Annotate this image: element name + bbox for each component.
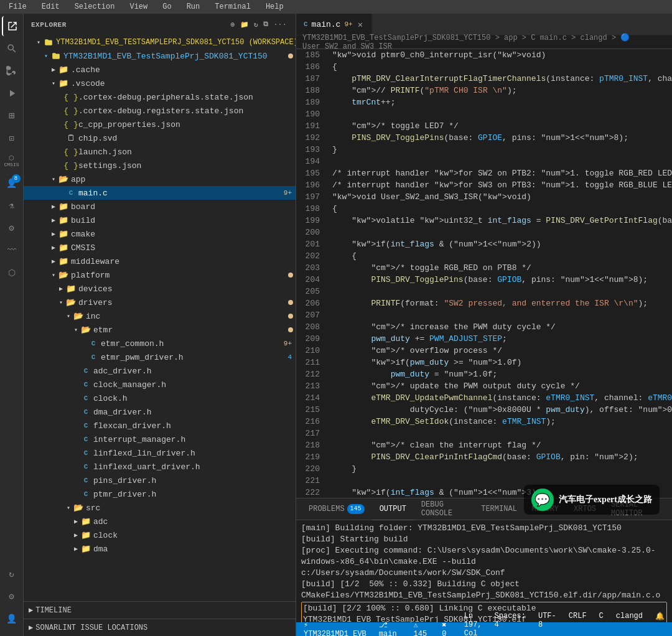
sidebar-item-src-clock[interactable]: ▶ 📁 clock — [24, 528, 296, 542]
more-icon[interactable]: ··· — [273, 19, 288, 30]
tab-badge: 9+ — [344, 21, 352, 28]
menu-file[interactable]: File — [5, 1, 30, 12]
menu-go[interactable]: Go — [159, 1, 175, 12]
line-number: 194 — [296, 156, 320, 167]
explorer-icon[interactable] — [2, 16, 22, 36]
tab-problems[interactable]: PROBLEMS 145 — [301, 498, 372, 520]
sidebar-item-inc[interactable]: ▾ 📂 inc — [24, 309, 296, 323]
menu-help[interactable]: Help — [262, 1, 287, 12]
line-number: 189 — [296, 96, 320, 108]
file-label: linflexd_uart_driver.h — [93, 462, 296, 472]
sidebar-item-etmr-pwm-driver[interactable]: ▶ C etmr_pwm_driver.h 4 — [24, 350, 296, 364]
sync-icon[interactable]: ↻ — [2, 564, 22, 584]
sonarlint-section[interactable]: ▶ SONARLINT ISSUE LOCATIONS — [24, 619, 296, 636]
flask-icon[interactable]: ⚗ — [2, 195, 22, 215]
refresh-icon[interactable]: ↻ — [253, 19, 259, 30]
sidebar-item-cache[interactable]: ▶ 📁 .cache — [24, 63, 296, 77]
root-folder[interactable]: ▾ YTM32B1MD1_EVB_TestSamplePrj_SDK081_YC… — [24, 49, 296, 63]
menu-view[interactable]: View — [126, 1, 151, 12]
sidebar-item-app[interactable]: ▾ 📂 app — [24, 172, 296, 186]
menu-edit[interactable]: Edit — [38, 1, 63, 12]
sidebar-item-src-dma[interactable]: ▶ 📁 dma — [24, 542, 296, 556]
status-branch[interactable]: ⎇ main — [376, 620, 404, 637]
folder-icon: 📁 — [58, 215, 68, 225]
status-eol[interactable]: CRLF — [566, 612, 589, 636]
status-language[interactable]: C — [597, 612, 606, 636]
sidebar-item-etmr-common[interactable]: ▶ C etmr_common.h 9+ — [24, 337, 296, 350]
sidebar-item-etmr[interactable]: ▾ 📂 etmr — [24, 323, 296, 337]
sidebar-item-interrupt-manager[interactable]: ▶ C interrupt_manager.h — [24, 433, 296, 446]
sidebar-item-adc-driver[interactable]: ▶ C adc_driver.h — [24, 364, 296, 378]
sidebar-item-launch-json[interactable]: ▶ { } launch.json — [24, 145, 296, 159]
status-errors[interactable]: ✖ 0 — [439, 620, 454, 637]
menu-terminal[interactable]: Terminal — [211, 1, 254, 12]
sidebar-item-cortex-registers[interactable]: ▶ { } .cortex-debug.registers.state.json — [24, 104, 296, 118]
settings-bottom-icon[interactable]: ⚙ — [2, 586, 22, 606]
tab-main-c[interactable]: C main.c 9+ ✕ — [296, 14, 372, 35]
extensions-icon[interactable]: ⊞ — [2, 106, 22, 126]
sidebar-item-build[interactable]: ▶ 📁 build — [24, 213, 296, 227]
sidebar-item-devices[interactable]: ▶ 📁 devices — [24, 282, 296, 296]
sidebar-item-dma-driver[interactable]: ▶ C dma_driver.h — [24, 405, 296, 419]
sidebar-item-board[interactable]: ▶ 📁 board — [24, 200, 296, 213]
code-line: dutyCycle: ("num">0x8000U * pwm_duty), o… — [332, 404, 672, 416]
sidebar-item-chip-svd[interactable]: ▶ 🗒 chip.svd — [24, 131, 296, 145]
sidebar-item-settings-json[interactable]: ▶ { } settings.json — [24, 159, 296, 172]
sidebar-item-src-adc[interactable]: ▶ 📁 adc — [24, 515, 296, 528]
sidebar-item-cmsis[interactable]: ▶ 📁 CMSIS — [24, 241, 296, 255]
collapse-icon[interactable]: ⧉ — [262, 19, 270, 30]
account-bottom-icon[interactable]: 👤 — [2, 609, 22, 629]
sidebar-item-c-cpp-properties[interactable]: ▶ { } c_cpp_properties.json — [24, 118, 296, 131]
tab-close-button[interactable]: ✕ — [357, 19, 364, 30]
run-debug-icon[interactable] — [2, 83, 22, 103]
sidebar-item-clock-manager[interactable]: ▶ C clock_manager.h — [24, 378, 296, 391]
line-number: 186 — [296, 61, 320, 73]
status-encoding[interactable]: UTF-8 — [536, 612, 559, 636]
sidebar-item-vscode[interactable]: ▾ 📁 .vscode — [24, 77, 296, 90]
status-spaces[interactable]: Spaces: 4 — [492, 612, 528, 636]
sidebar-item-linflexd-uart[interactable]: ▶ C linflexd_uart_driver.h — [24, 460, 296, 474]
status-line-col[interactable]: Ln 197, Col 1 — [462, 612, 485, 636]
gear-icon[interactable]: ⚙ — [2, 218, 22, 238]
panel-output-content[interactable]: [main] Building folder: YTM32B1MD1_EVB_T… — [296, 520, 672, 622]
timeline-section[interactable]: ▶ TIMELINE — [24, 601, 296, 619]
sidebar-item-clock-h[interactable]: ▶ C clock.h — [24, 391, 296, 405]
tab-debug-console[interactable]: DEBUG CONSOLE — [414, 498, 474, 520]
sidebar-item-main-c[interactable]: ▶ C main.c 9+ — [24, 186, 296, 200]
sidebar-item-drivers[interactable]: ▾ 📂 drivers — [24, 296, 296, 309]
source-control-icon[interactable] — [2, 61, 22, 81]
status-notifications[interactable]: 🔔 — [653, 612, 667, 636]
tab-terminal[interactable]: TERMINAL — [474, 498, 525, 520]
status-warnings[interactable]: ⚠ 145 — [411, 620, 432, 637]
new-folder-icon[interactable]: 📁 — [239, 19, 251, 30]
sidebar-item-middleware[interactable]: ▶ 📁 middleware — [24, 255, 296, 268]
account-icon[interactable]: 👤 8 — [2, 173, 22, 193]
waveform-icon[interactable]: 〰 — [2, 240, 22, 260]
chip-icon[interactable]: ⬡ — [2, 263, 22, 283]
status-lsp[interactable]: clangd — [614, 612, 645, 636]
sidebar-item-platform[interactable]: ▾ 📂 platform — [24, 268, 296, 282]
sidebar-item-ptmr-driver[interactable]: ▶ C ptmr_driver.h — [24, 487, 296, 501]
sidebar-item-src[interactable]: ▾ 📂 src — [24, 501, 296, 515]
menu-bar[interactable]: File Edit Selection View Go Run Terminal… — [5, 1, 287, 12]
root-folder-label: YTM32B1MD1_EVB_TestSamplePrj_SDK081_YCT1… — [63, 52, 288, 61]
menu-selection[interactable]: Selection — [71, 1, 119, 12]
sidebar-item-flexcan-driver[interactable]: ▶ C flexcan_driver.h — [24, 419, 296, 433]
tab-output[interactable]: OUTPUT — [372, 498, 414, 520]
sidebar-item-pins-driver[interactable]: ▶ C pins_driver.h — [24, 474, 296, 487]
new-file-icon[interactable]: ⊕ — [229, 19, 236, 30]
workspace-root[interactable]: ▾ YTM32B1MD1_EVB_TESTSAMPLEPRJ_SDK081_YC… — [24, 35, 296, 49]
folder-open-icon: 📂 — [73, 311, 83, 321]
remote-icon[interactable]: ⊡ — [2, 128, 22, 148]
status-remote[interactable]: ⚡ YTM32B1MD1_EVB — [301, 620, 369, 637]
sidebar-item-cortex-peripherals[interactable]: ▶ { } .cortex-debug.peripherals.state.js… — [24, 90, 296, 104]
menu-run[interactable]: Run — [183, 1, 204, 12]
code-line: } — [332, 463, 672, 475]
code-content[interactable]: "kw">void ptmr0_ch0_interrupt_isr("kw">v… — [327, 49, 672, 498]
line-number: 220 — [296, 463, 320, 475]
code-line: "cm">/* toggle RGB_RED on PTB8 */ — [332, 262, 672, 274]
cmsis-icon[interactable]: ⬡ CMSIS — [2, 151, 22, 171]
search-icon[interactable] — [2, 39, 22, 58]
sidebar-item-linflexd-lin[interactable]: ▶ C linflexd_lin_driver.h — [24, 446, 296, 460]
sidebar-item-cmake[interactable]: ▶ 📁 cmake — [24, 227, 296, 241]
